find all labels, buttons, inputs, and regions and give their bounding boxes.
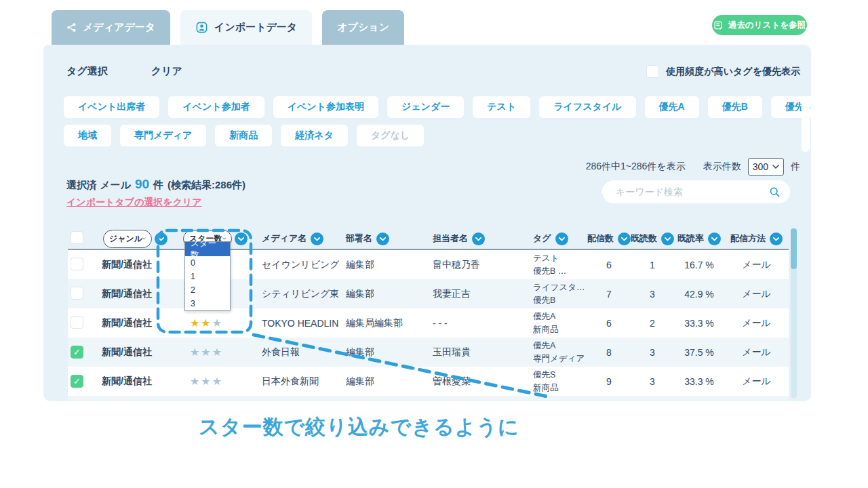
- read-sort-icon[interactable]: [661, 232, 674, 245]
- genre-cell: 新聞/通信社: [95, 375, 171, 388]
- table-body: 新聞/通信社 セイウンリビング… 編集部 畠中穂乃香 テスト優先B … 6 1 …: [68, 250, 789, 401]
- select-all-checkbox[interactable]: [71, 231, 83, 244]
- genre-cell: 新聞/通信社: [95, 346, 171, 359]
- star-option[interactable]: 2: [185, 283, 230, 297]
- tag-pill[interactable]: イベント参加者: [168, 96, 264, 118]
- table-scrollbar-thumb[interactable]: [791, 228, 797, 269]
- department-sort-icon[interactable]: [376, 232, 389, 245]
- tag-pill[interactable]: 専門メディア: [120, 125, 206, 146]
- tags-cell: 優先A新商品: [526, 310, 587, 335]
- star-option[interactable]: スター数: [185, 242, 230, 256]
- media-name-cell: 外食日報: [255, 346, 339, 359]
- read-rate-cell: 42.9 %: [674, 289, 724, 300]
- star-icon: ★: [212, 346, 223, 358]
- tag-pill[interactable]: 経済ネタ: [281, 125, 348, 146]
- method-sort-icon[interactable]: [770, 232, 783, 245]
- media-name-cell: TOKYO HEADLINE: [255, 318, 339, 329]
- table-row[interactable]: 新聞/通信社 ★★★ 外食日報 編集部 玉田瑞貴 優先A専門メディア 8 3 3…: [68, 338, 789, 367]
- star-option[interactable]: 1: [185, 270, 230, 283]
- search-icon[interactable]: [769, 186, 781, 198]
- star-rating: ★★★: [171, 375, 255, 388]
- read-rate-cell: 37.5 %: [674, 347, 724, 358]
- genre-sort-icon[interactable]: [155, 232, 167, 245]
- star-sort-icon[interactable]: [235, 232, 248, 245]
- tags-sort-icon[interactable]: [555, 232, 568, 245]
- keyword-search: [602, 180, 790, 203]
- row-checkbox[interactable]: [71, 375, 83, 388]
- tag-pill[interactable]: 新商品: [215, 125, 272, 146]
- department-cell: 編集部: [339, 288, 426, 300]
- row-checkbox[interactable]: [71, 346, 83, 359]
- tag-list-scrollbar[interactable]: [802, 98, 810, 152]
- media-name-cell: シティリビング東京: [255, 288, 339, 300]
- tag-pill[interactable]: イベント参加表明: [273, 96, 378, 118]
- table-row[interactable]: 新聞/通信社 ★★★ 日本外食新聞 編集部 曽根愛菜 優先S新商品 9 3 33…: [68, 367, 789, 396]
- person-cell: 畠中穂乃香: [426, 259, 526, 271]
- person-sort-icon[interactable]: [472, 232, 485, 245]
- star-option[interactable]: 3: [185, 297, 230, 310]
- read-count-cell: 3: [631, 289, 674, 300]
- tab-options[interactable]: オプション: [322, 10, 404, 45]
- header-media-name: メディア名: [262, 232, 307, 245]
- table-row[interactable]: 新聞/通信社 ★★★ TOKYO HEADLINE 編集局編集部 - - - 優…: [68, 308, 789, 338]
- per-page-value: 300: [753, 161, 768, 172]
- tag-row-1: イベント出席者イベント参加者イベント参加表明ジェンダーテストライフスタイル優先A…: [64, 96, 803, 118]
- tab-media-data[interactable]: メディアデータ: [52, 10, 170, 45]
- media-sort-icon[interactable]: [311, 232, 323, 245]
- chevron-down-icon: [772, 165, 779, 169]
- tag-pill[interactable]: 優先B: [708, 96, 762, 118]
- star-icon: ★: [190, 375, 201, 387]
- star-rating: ★★★: [171, 346, 255, 359]
- star-icon: ★: [190, 346, 201, 358]
- row-checkbox[interactable]: [71, 316, 83, 329]
- priority-tags-label: 使用頻度が高いタグを優先表示: [666, 66, 800, 78]
- tag-pill[interactable]: テスト: [473, 96, 530, 118]
- tag-pill[interactable]: 優先A: [645, 96, 699, 118]
- sent-count-cell: 6: [587, 318, 631, 329]
- range-text: 286件中1~286件を表示: [586, 161, 686, 173]
- method-cell: メール: [724, 346, 789, 359]
- row-checkbox[interactable]: [71, 258, 83, 270]
- table-row[interactable]: 新聞/通信社 セイウンリビング… 編集部 畠中穂乃香 テスト優先B … 6 1 …: [68, 250, 789, 279]
- tab-label: インポートデータ: [214, 21, 297, 34]
- tag-pill[interactable]: ライフスタイル: [539, 96, 635, 118]
- tags-cell: 優先S新商品: [526, 369, 587, 393]
- clear-import-selection-link[interactable]: インポートタブの選択をクリア: [66, 197, 202, 209]
- media-table: ジャンル スター数 メディア名: [68, 228, 789, 401]
- genre-filter-select[interactable]: ジャンル: [103, 230, 152, 248]
- header-read-rate: 既読率: [677, 232, 704, 245]
- tag-clear-button[interactable]: クリア: [151, 65, 182, 78]
- tab-import-data[interactable]: インポートデータ: [180, 10, 312, 45]
- star-icon: ★: [201, 317, 212, 329]
- method-cell: メール: [724, 288, 789, 300]
- tag-pill[interactable]: 優先S: [771, 96, 825, 118]
- table-scrollbar[interactable]: [791, 228, 797, 398]
- priority-tags-toggle[interactable]: 使用頻度が高いタグを優先表示: [646, 65, 800, 78]
- tag-pill: タグなし: [357, 125, 424, 146]
- tag-pill[interactable]: 地域: [64, 125, 111, 146]
- past-list-button[interactable]: 過去のリストを参照: [712, 15, 807, 35]
- sent-count-cell: 7: [587, 289, 631, 300]
- tag-pill[interactable]: イベント出席者: [64, 96, 159, 118]
- genre-cell: 新聞/通信社: [95, 288, 171, 300]
- read-rate-cell: 33.3 %: [674, 376, 724, 387]
- keyword-search-input[interactable]: [616, 186, 769, 197]
- list-edit-icon: [713, 20, 724, 30]
- per-page-select[interactable]: 300: [748, 158, 784, 176]
- star-rating: ★★★: [171, 317, 255, 329]
- header-department: 部署名: [346, 232, 372, 245]
- priority-tags-checkbox[interactable]: [646, 65, 659, 78]
- header-person: 担当者名: [433, 232, 468, 245]
- genre-cell: 新聞/通信社: [95, 317, 171, 329]
- table-row[interactable]: 新聞/通信社 シティリビング東京 編集部 我妻正吉 ライフスタ…優先B 7 3 …: [68, 279, 789, 308]
- sent-sort-icon[interactable]: [618, 232, 631, 245]
- row-checkbox[interactable]: [71, 287, 83, 300]
- star-filter-dropdown: スター数 0 1 2 3: [184, 241, 231, 311]
- person-card-icon: [195, 21, 208, 34]
- rate-sort-icon[interactable]: [708, 232, 721, 245]
- main-panel: タグ選択 クリア 使用頻度が高いタグを優先表示 イベント出席者イベント参加者イベ…: [43, 45, 811, 401]
- pagination-bar: 286件中1~286件を表示 表示件数 300 件: [586, 158, 800, 176]
- person-cell: 玉田瑞貴: [426, 346, 526, 359]
- star-icon: ★: [212, 375, 223, 387]
- tag-pill[interactable]: ジェンダー: [387, 96, 464, 118]
